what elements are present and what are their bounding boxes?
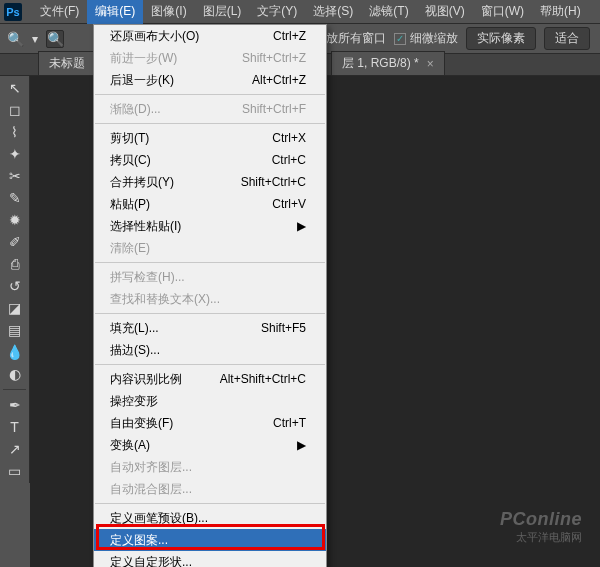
- menu-edit[interactable]: 编辑(E): [87, 0, 143, 24]
- submenu-arrow-icon: ▶: [289, 218, 306, 234]
- crop-tool-icon[interactable]: ✂: [3, 166, 27, 186]
- close-icon[interactable]: ×: [427, 57, 434, 71]
- quick-select-tool-icon[interactable]: ✦: [3, 144, 27, 164]
- scrubby-zoom-checkbox[interactable]: ✓细微缩放: [394, 30, 458, 47]
- menu-item: 拼写检查(H)...: [94, 266, 326, 288]
- path-select-tool-icon[interactable]: ↗: [3, 439, 27, 459]
- watermark: PConline 太平洋电脑网: [500, 509, 582, 545]
- actual-pixels-button[interactable]: 实际像素: [466, 27, 536, 50]
- submenu-arrow-icon: ▶: [289, 437, 306, 453]
- menu-filter[interactable]: 滤镜(T): [361, 0, 416, 24]
- zoom-tool-icon[interactable]: 🔍: [6, 30, 24, 48]
- type-tool-icon[interactable]: T: [3, 417, 27, 437]
- eyedropper-tool-icon[interactable]: ✎: [3, 188, 27, 208]
- menu-item[interactable]: 填充(L)...Shift+F5: [94, 317, 326, 339]
- menu-item: 自动对齐图层...: [94, 456, 326, 478]
- menu-select[interactable]: 选择(S): [305, 0, 361, 24]
- menu-item[interactable]: 选择性粘贴(I)▶: [94, 215, 326, 237]
- blur-tool-icon[interactable]: 💧: [3, 342, 27, 362]
- app-logo: Ps: [4, 3, 22, 21]
- brush-tool-icon[interactable]: ✐: [3, 232, 27, 252]
- lasso-tool-icon[interactable]: ⌇: [3, 122, 27, 142]
- menu-item[interactable]: 还原画布大小(O)Ctrl+Z: [94, 25, 326, 47]
- menu-layer[interactable]: 图层(L): [195, 0, 250, 24]
- menu-item: 查找和替换文本(X)...: [94, 288, 326, 310]
- stamp-tool-icon[interactable]: ⎙: [3, 254, 27, 274]
- move-tool-icon[interactable]: ↖: [3, 78, 27, 98]
- dodge-tool-icon[interactable]: ◐: [3, 364, 27, 384]
- menubar: Ps 文件(F) 编辑(E) 图像(I) 图层(L) 文字(Y) 选择(S) 滤…: [0, 0, 600, 24]
- eraser-tool-icon[interactable]: ◪: [3, 298, 27, 318]
- zoom-toggle-icon[interactable]: 🔍: [46, 30, 64, 48]
- menu-item[interactable]: 剪切(T)Ctrl+X: [94, 127, 326, 149]
- menu-item: 自动混合图层...: [94, 478, 326, 500]
- tool-palette: ↖ ◻ ⌇ ✦ ✂ ✎ ✹ ✐ ⎙ ↺ ◪ ▤ 💧 ◐ ✒ T ↗ ▭: [0, 76, 30, 483]
- menu-item[interactable]: 变换(A)▶: [94, 434, 326, 456]
- menu-help[interactable]: 帮助(H): [532, 0, 589, 24]
- menu-item[interactable]: 合并拷贝(Y)Shift+Ctrl+C: [94, 171, 326, 193]
- menu-item[interactable]: 拷贝(C)Ctrl+C: [94, 149, 326, 171]
- menu-item[interactable]: 粘贴(P)Ctrl+V: [94, 193, 326, 215]
- menu-view[interactable]: 视图(V): [417, 0, 473, 24]
- menu-window[interactable]: 窗口(W): [473, 0, 532, 24]
- document-tab[interactable]: 层 1, RGB/8) *×: [331, 51, 445, 75]
- menu-file[interactable]: 文件(F): [32, 0, 87, 24]
- menu-item[interactable]: 自由变换(F)Ctrl+T: [94, 412, 326, 434]
- menu-item[interactable]: 后退一步(K)Alt+Ctrl+Z: [94, 69, 326, 91]
- pen-tool-icon[interactable]: ✒: [3, 395, 27, 415]
- shape-tool-icon[interactable]: ▭: [3, 461, 27, 481]
- dropdown-caret-icon[interactable]: ▾: [32, 32, 38, 46]
- menu-type[interactable]: 文字(Y): [249, 0, 305, 24]
- menu-item[interactable]: 定义画笔预设(B)...: [94, 507, 326, 529]
- menu-item[interactable]: 操控变形: [94, 390, 326, 412]
- gradient-tool-icon[interactable]: ▤: [3, 320, 27, 340]
- menu-item[interactable]: 定义图案...: [94, 529, 326, 551]
- menu-image[interactable]: 图像(I): [143, 0, 194, 24]
- fit-screen-button[interactable]: 适合: [544, 27, 590, 50]
- menu-item[interactable]: 内容识别比例Alt+Shift+Ctrl+C: [94, 368, 326, 390]
- menu-item: 前进一步(W)Shift+Ctrl+Z: [94, 47, 326, 69]
- document-tab[interactable]: 未标题: [38, 51, 96, 75]
- menu-item[interactable]: 描边(S)...: [94, 339, 326, 361]
- marquee-tool-icon[interactable]: ◻: [3, 100, 27, 120]
- edit-menu-dropdown: 还原画布大小(O)Ctrl+Z前进一步(W)Shift+Ctrl+Z后退一步(K…: [93, 24, 327, 567]
- healing-tool-icon[interactable]: ✹: [3, 210, 27, 230]
- menu-item[interactable]: 定义自定形状...: [94, 551, 326, 567]
- menu-item: 清除(E): [94, 237, 326, 259]
- history-brush-tool-icon[interactable]: ↺: [3, 276, 27, 296]
- menu-item: 渐隐(D)...Shift+Ctrl+F: [94, 98, 326, 120]
